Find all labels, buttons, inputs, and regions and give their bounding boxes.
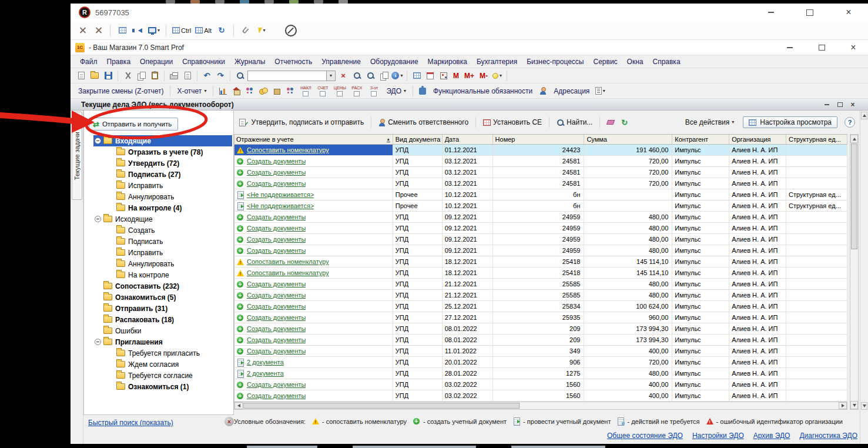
table-row[interactable]: Создать документы УПД 09.12.2021 24959 4… (234, 234, 847, 245)
table-row[interactable]: Создать документы УПД 03.12.2021 24581 7… (234, 156, 847, 167)
calendar-icon[interactable] (424, 70, 436, 82)
scrollbar-thumb[interactable] (851, 143, 857, 249)
table-row[interactable]: Создать документы УПД 21.12.2021 25585 4… (234, 279, 847, 290)
tab-current-tasks[interactable]: Текущие задачи (72, 112, 82, 200)
undo-icon[interactable]: ↶ (201, 70, 213, 82)
change-responsible-button[interactable]: Сменить ответственного (377, 118, 470, 127)
table-row[interactable]: Создать документы УПД 08.01.2022 209 173… (234, 335, 847, 346)
grid-view-icon[interactable] (116, 25, 128, 36)
row-action-link[interactable]: <Не поддерживается> (247, 202, 314, 209)
menu-item[interactable]: Отчетность (270, 56, 317, 67)
new-document-icon[interactable] (75, 70, 87, 82)
table-row[interactable]: Создать документы УПД 03.02.2022 1560 40… (234, 379, 847, 390)
info-icon[interactable]: i▾ (391, 70, 403, 82)
scroll-up-icon[interactable] (850, 135, 858, 143)
menu-item[interactable]: Файл (75, 56, 102, 67)
tree-item[interactable]: Исходящие (93, 213, 232, 225)
minimize-button[interactable] (763, 7, 779, 18)
menu-item[interactable]: Бизнес-процессы (522, 56, 588, 67)
tree-item[interactable]: Отправить (31) (93, 303, 232, 314)
row-action-link[interactable]: Создать документы (247, 292, 306, 299)
column-header-reflection[interactable]: Отражение в учете ▴ (234, 135, 393, 144)
row-action-link[interactable]: Создать документы (247, 213, 306, 220)
warehouse-icon[interactable] (230, 85, 242, 97)
actions-lightning-icon[interactable]: ▾ (256, 25, 267, 36)
menu-item[interactable]: Справочники (177, 56, 230, 67)
row-action-link[interactable]: Создать документы (247, 236, 306, 243)
tools-icon[interactable] (92, 25, 104, 36)
row-action-link[interactable]: Создать документы (247, 225, 306, 232)
tree-item[interactable]: Ознакомиться (1) (93, 381, 232, 392)
attach-icon[interactable] (240, 25, 252, 36)
table-row[interactable]: Создать документы УПД 03.12.2021 24581 7… (234, 178, 847, 189)
all-actions-button[interactable]: Все действия ▾ (683, 118, 736, 127)
session-timer-icon[interactable] (285, 25, 297, 36)
row-action-link[interactable]: Создать документы (247, 280, 306, 287)
memory-button[interactable]: М (451, 72, 461, 80)
column-header-counterparty[interactable]: Контрагент (672, 135, 729, 144)
row-action-link[interactable]: 2 документа (247, 370, 284, 377)
row-action-link[interactable]: Создать документы (247, 247, 306, 254)
tree-item[interactable]: Подписать (27) (93, 169, 232, 180)
row-action-link[interactable]: Создать документы (247, 347, 306, 355)
table-row[interactable]: Создать документы УПД 08.01.2022 209 173… (234, 323, 847, 335)
tree-item[interactable]: Требуется согласие (93, 370, 232, 381)
table-row[interactable]: Создать документы УПД 09.12.2021 24959 4… (234, 223, 847, 234)
tree-item[interactable]: Аннулировать (93, 191, 232, 202)
expander-icon[interactable] (95, 138, 101, 144)
table-row[interactable]: 2 документа УПД 28.01.2022 1275 480,00 И… (234, 368, 847, 379)
scroll-up-icon[interactable] (861, 112, 867, 119)
tree-item[interactable]: Исправить (93, 247, 232, 258)
table-row[interactable]: Сопоставить номенклатуру УПД 01.12.2021 … (234, 145, 847, 156)
vertical-scrollbar[interactable] (850, 134, 859, 410)
column-header-structural-unit[interactable]: Структурная ед... (786, 135, 847, 144)
new-window-icon[interactable] (378, 70, 390, 82)
row-action-link[interactable]: Сопоставить номенклатуру (247, 146, 329, 153)
row-action-link[interactable]: Создать документы (247, 180, 306, 187)
close-button[interactable] (841, 7, 856, 18)
trade-mini-button[interactable]: З-от (366, 86, 381, 96)
mdi-close-button[interactable] (848, 101, 857, 108)
footer-link[interactable]: Диагностика ЭДО (799, 432, 857, 440)
tree-item[interactable]: Входящие (93, 135, 232, 146)
monitor-select-icon[interactable]: ▾ (148, 25, 160, 36)
view-settings-button[interactable]: Настройка просмотра (743, 116, 837, 128)
goods-icon[interactable] (271, 85, 283, 97)
set-se-button[interactable]: Установить СЕ (481, 118, 544, 127)
table-row[interactable]: Создать документы УПД 09.12.2021 24959 4… (234, 212, 847, 223)
menu-item[interactable]: Маркировка (423, 56, 472, 67)
table-row[interactable]: Создать документы УПД 09.12.2021 24959 4… (234, 245, 847, 256)
trade-mini-button[interactable]: СЧЕТ (315, 86, 330, 96)
tree-item[interactable]: Приглашения (93, 336, 232, 347)
addressing-button[interactable]: Адресация (551, 87, 592, 95)
footer-link[interactable]: Общее состояние ЭДО (607, 432, 683, 440)
app-close-button[interactable] (846, 42, 861, 53)
table-row[interactable]: Создать документы УПД 03.12.2021 24581 7… (234, 167, 847, 178)
menu-item[interactable]: Правка (102, 56, 136, 67)
memory-plus-button[interactable]: М+ (463, 72, 476, 80)
scroll-left-icon[interactable] (234, 402, 243, 409)
expander-icon[interactable] (95, 339, 101, 345)
table-icon[interactable] (411, 70, 423, 82)
tree-item[interactable]: Исправить (93, 180, 232, 191)
tree-item[interactable]: Аннулировать (93, 258, 232, 269)
tools-icon[interactable] (76, 25, 88, 36)
table-row[interactable]: 2 документа УПД 20.01.2022 906 720,00 Им… (234, 357, 847, 368)
row-action-link[interactable]: Создать документы (247, 381, 306, 388)
menu-item[interactable]: Справка (648, 56, 685, 67)
table-row[interactable]: Сопоставить номенклатуру УПД 18.12.2021 … (234, 268, 847, 279)
clear-filter-button[interactable] (605, 119, 616, 125)
scrollbar-thumb[interactable] (243, 403, 520, 409)
zoom-in-icon[interactable] (351, 70, 363, 82)
menu-item[interactable]: Управление (317, 56, 366, 67)
tree-item[interactable]: Отразить в учете (78) (93, 146, 232, 158)
send-ctrl-button[interactable]: Ctrl (172, 25, 191, 36)
money-icon[interactable] (257, 85, 269, 97)
row-action-link[interactable]: Сопоставить номенклатуру (247, 258, 329, 265)
tree-item[interactable]: Ознакомиться (5) (93, 292, 232, 303)
quick-command-combobox[interactable]: ▾ (247, 71, 336, 81)
row-action-link[interactable]: Создать документы (247, 336, 306, 343)
clear-combobox-icon[interactable]: × (337, 70, 349, 82)
print-preview-icon[interactable] (182, 70, 193, 82)
mdi-minimize-button[interactable] (822, 101, 832, 108)
